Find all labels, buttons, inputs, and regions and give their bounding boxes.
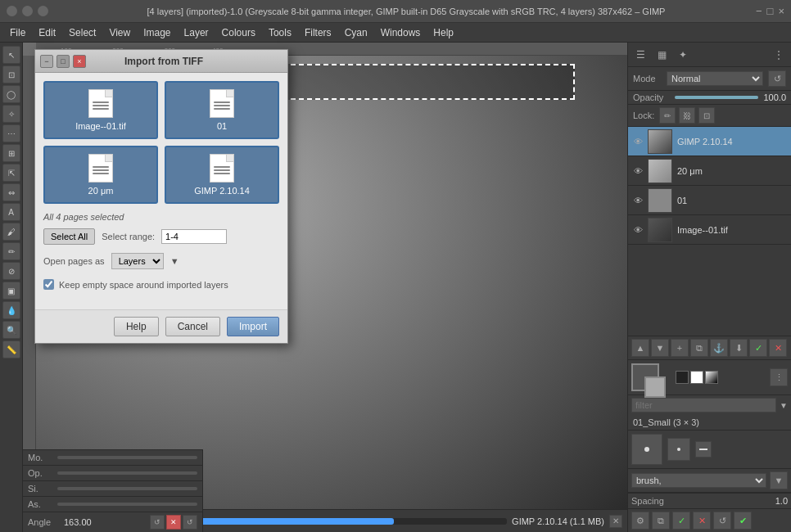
- layer-merge-btn[interactable]: ⬇: [730, 339, 748, 357]
- panel-paths-icon[interactable]: ✦: [674, 46, 692, 64]
- layer-ok-btn[interactable]: ✓: [749, 339, 767, 357]
- mode-undo-btn[interactable]: ↺: [768, 70, 786, 87]
- window-btn-2[interactable]: [22, 6, 33, 16]
- open-pages-select[interactable]: Layers: [111, 253, 164, 269]
- background-color[interactable]: [644, 376, 666, 398]
- close-icon[interactable]: ×: [778, 5, 784, 17]
- tool-text[interactable]: A: [2, 203, 20, 221]
- menu-image[interactable]: Image: [137, 25, 177, 40]
- status-corner-btn[interactable]: ✕: [609, 515, 622, 528]
- layer-item-0[interactable]: 👁 GIMP 2.10.14: [628, 127, 791, 156]
- tool-zoom[interactable]: 🔍: [2, 321, 20, 339]
- menu-tools[interactable]: Tools: [262, 25, 298, 40]
- tool-eraser[interactable]: ⊘: [2, 262, 20, 280]
- window-controls[interactable]: [7, 6, 48, 16]
- select-all-button[interactable]: Select All: [43, 228, 95, 245]
- tool-crop[interactable]: ⊞: [2, 144, 20, 162]
- tool-opt-size-slider[interactable]: [57, 487, 197, 490]
- dialog-close[interactable]: ×: [73, 55, 86, 68]
- layer-new-btn[interactable]: +: [671, 339, 689, 357]
- thumb-item-3[interactable]: GIMP 2.10.14: [165, 146, 279, 204]
- swatch-white[interactable]: [690, 371, 703, 384]
- window-btn-3[interactable]: [38, 6, 48, 16]
- thumb-item-2[interactable]: 20 μm: [43, 146, 158, 204]
- tool-arrow[interactable]: ↖: [2, 46, 20, 64]
- thumb-item-1[interactable]: 01: [165, 81, 279, 139]
- tool-select-rect[interactable]: ⊡: [2, 65, 20, 83]
- layer-duplicate-btn[interactable]: ⧉: [690, 339, 708, 357]
- tool-paint[interactable]: 🖌: [2, 223, 20, 241]
- panel-layers-icon[interactable]: ☰: [631, 46, 649, 64]
- help-button[interactable]: Help: [114, 317, 159, 336]
- brush-select[interactable]: brush,: [631, 473, 766, 488]
- menu-select[interactable]: Select: [62, 25, 102, 40]
- keep-space-checkbox[interactable]: [43, 279, 54, 290]
- lock-pixels-btn[interactable]: ✏: [659, 107, 676, 124]
- panel-btn-ok[interactable]: ✓: [672, 512, 690, 530]
- layer-anchor-btn[interactable]: ⚓: [710, 339, 728, 357]
- panel-btn-copy[interactable]: ⧉: [652, 512, 670, 530]
- swatch-black[interactable]: [676, 371, 689, 384]
- panel-btn-settings[interactable]: ⚙: [631, 512, 649, 530]
- title-right-controls[interactable]: − □ ×: [756, 5, 784, 17]
- layer-delete-btn[interactable]: ✕: [769, 339, 787, 357]
- tool-select-ellipse[interactable]: ◯: [2, 85, 20, 103]
- menu-view[interactable]: View: [102, 25, 137, 40]
- thumb-item-0[interactable]: Image--01.tif: [43, 81, 158, 139]
- layer-move-down-btn[interactable]: ▼: [651, 339, 669, 357]
- import-button[interactable]: Import: [227, 317, 279, 336]
- tool-opt-aspect-slider[interactable]: [57, 503, 197, 506]
- menu-filters[interactable]: Filters: [298, 25, 338, 40]
- tool-eyedropper[interactable]: 💧: [2, 301, 20, 319]
- tool-lasso[interactable]: ✧: [2, 105, 20, 123]
- angle-reset-btn[interactable]: ↺: [150, 515, 165, 530]
- menu-cyan[interactable]: Cyan: [338, 25, 374, 40]
- panel-btn-refresh[interactable]: ↺: [713, 512, 731, 530]
- brush-filter-input[interactable]: [631, 398, 776, 413]
- brush-menu-btn[interactable]: ▼: [770, 471, 788, 489]
- tool-pencil[interactable]: ✏: [2, 242, 20, 260]
- angle-apply-btn[interactable]: ↺: [183, 515, 197, 530]
- tool-fuzzy[interactable]: ⋯: [2, 124, 20, 142]
- layer-item-1[interactable]: 👁 20 μm: [628, 156, 791, 186]
- range-input[interactable]: [161, 229, 227, 244]
- layer-move-up-btn[interactable]: ▲: [631, 339, 649, 357]
- tool-measure[interactable]: 📏: [2, 340, 20, 358]
- window-btn-1[interactable]: [7, 6, 17, 16]
- tool-transform[interactable]: ⇱: [2, 164, 20, 182]
- tool-fill[interactable]: ▣: [2, 282, 20, 300]
- layer-eye-1[interactable]: 👁: [631, 165, 644, 178]
- swatch-gradient[interactable]: [705, 371, 718, 384]
- angle-clear-btn[interactable]: ✕: [166, 515, 181, 530]
- layer-eye-3[interactable]: 👁: [631, 223, 644, 237]
- panel-btn-apply[interactable]: ✔: [734, 512, 752, 530]
- layer-eye-0[interactable]: 👁: [631, 135, 644, 148]
- panel-btn-cancel[interactable]: ✕: [693, 512, 711, 530]
- layer-item-3[interactable]: 👁 Image--01.tif: [628, 215, 791, 245]
- tool-opt-mode-slider[interactable]: [57, 456, 197, 459]
- panel-menu-icon[interactable]: ⋮: [770, 46, 788, 64]
- minimize-icon[interactable]: −: [756, 5, 762, 17]
- menu-edit[interactable]: Edit: [32, 25, 62, 40]
- tool-opt-opacity-slider[interactable]: [57, 471, 197, 475]
- dialog-maximize[interactable]: □: [56, 55, 70, 68]
- maximize-icon[interactable]: □: [767, 5, 774, 17]
- menu-windows[interactable]: Windows: [374, 25, 427, 40]
- menu-help[interactable]: Help: [427, 25, 460, 40]
- lock-alpha-btn[interactable]: ⊡: [698, 107, 715, 124]
- menu-colours[interactable]: Colours: [215, 25, 262, 40]
- layer-eye-2[interactable]: 👁: [631, 194, 644, 207]
- tool-flip[interactable]: ⇔: [2, 183, 20, 201]
- color-panel-menu[interactable]: ⋮: [770, 368, 788, 386]
- import-tiff-dialog[interactable]: − □ × Import from TIFF: [34, 49, 288, 344]
- layer-item-2[interactable]: 👁 01: [628, 186, 791, 215]
- menu-layer[interactable]: Layer: [178, 25, 215, 40]
- lock-position-btn[interactable]: ⛓: [679, 107, 695, 124]
- cancel-button[interactable]: Cancel: [165, 317, 220, 336]
- menu-file[interactable]: File: [3, 25, 32, 40]
- opacity-slider[interactable]: [675, 96, 758, 99]
- panel-channels-icon[interactable]: ▦: [653, 46, 671, 64]
- mode-select[interactable]: Normal: [667, 71, 763, 86]
- foreground-color[interactable]: [631, 363, 659, 391]
- dialog-minimize[interactable]: −: [40, 55, 53, 68]
